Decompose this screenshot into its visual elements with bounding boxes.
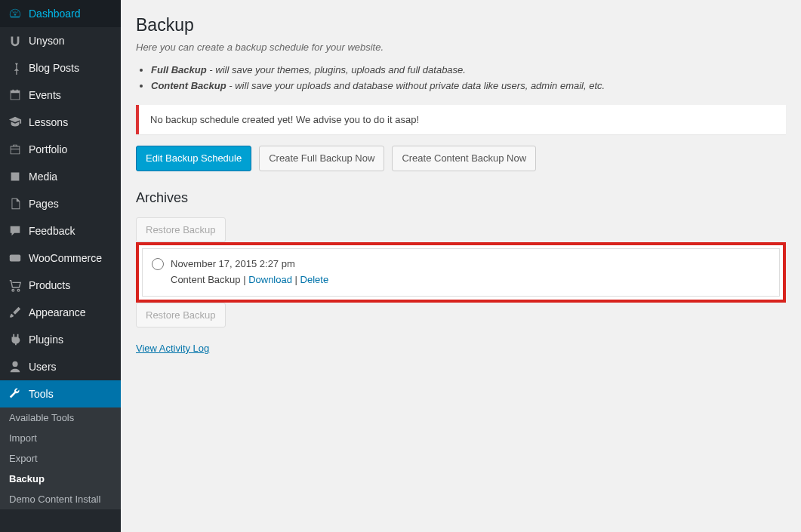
download-link[interactable]: Download [248, 274, 292, 285]
submenu-demo-content[interactable]: Demo Content Install [0, 489, 121, 509]
sidebar-label: Media [29, 171, 57, 183]
warning-notice: No backup schedule created yet! We advis… [136, 105, 786, 134]
archive-highlight: November 17, 2015 2:27 pm Content Backup… [136, 242, 786, 303]
archive-select-radio[interactable] [152, 258, 164, 270]
list-item: Content Backup - will save your uploads … [151, 78, 786, 94]
action-bar: Edit Backup Schedule Create Full Backup … [136, 146, 786, 171]
brush-icon [8, 305, 23, 320]
main-content: Backup Here you can create a backup sche… [121, 0, 801, 532]
calendar-icon [8, 88, 23, 103]
sidebar-label: Pages [29, 198, 59, 210]
archives-title: Archives [136, 190, 786, 206]
cart-icon [8, 278, 23, 293]
submenu-export[interactable]: Export [0, 448, 121, 469]
sidebar-submenu: Available Tools Import Export Backup Dem… [0, 407, 121, 509]
sidebar-label: Plugins [29, 334, 63, 346]
sidebar-item-plugins[interactable]: Plugins [0, 326, 121, 353]
view-log-row: View Activity Log [136, 343, 786, 354]
submenu-import[interactable]: Import [0, 428, 121, 448]
briefcase-icon [8, 142, 23, 157]
list-item: Full Backup - will save your themes, plu… [151, 62, 786, 78]
view-activity-log-link[interactable]: View Activity Log [136, 343, 209, 354]
sidebar-label: WooCommerce [29, 252, 102, 264]
graduation-icon [8, 115, 23, 130]
sidebar-item-woocommerce[interactable]: WooCommerce [0, 244, 121, 272]
submenu-backup[interactable]: Backup [0, 469, 121, 489]
sidebar-item-lessons[interactable]: Lessons [0, 109, 121, 136]
sidebar-label: Appearance [29, 306, 86, 318]
sidebar-label: Portfolio [29, 143, 67, 155]
sidebar-item-portfolio[interactable]: Portfolio [0, 136, 121, 163]
sidebar-item-tools[interactable]: Tools [0, 380, 121, 407]
woocommerce-icon [8, 251, 23, 266]
archive-meta: Content Backup | Download | Delete [171, 272, 770, 288]
sidebar-item-events[interactable]: Events [0, 81, 121, 109]
sidebar-item-feedback[interactable]: Feedback [0, 217, 121, 244]
page-title: Backup [136, 15, 786, 35]
create-full-backup-button[interactable]: Create Full Backup Now [259, 146, 384, 171]
user-icon [8, 359, 23, 374]
pin-icon [8, 60, 23, 75]
comment-icon [8, 223, 23, 238]
sidebar-item-pages[interactable]: Pages [0, 190, 121, 217]
delete-link[interactable]: Delete [300, 274, 329, 285]
restore-backup-button-bottom[interactable]: Restore Backup [136, 303, 226, 328]
sidebar-item-blog-posts[interactable]: Blog Posts [0, 54, 121, 81]
sidebar-label: Dashboard [29, 8, 81, 20]
media-icon [8, 169, 23, 184]
sidebar-label: Lessons [29, 116, 68, 128]
sidebar-label: Unyson [29, 35, 64, 47]
sidebar-label: Tools [29, 388, 54, 400]
archive-list: Restore Backup November 17, 2015 2:27 pm… [136, 217, 786, 328]
archive-row: November 17, 2015 2:27 pm Content Backup… [143, 249, 779, 296]
edit-backup-schedule-button[interactable]: Edit Backup Schedule [136, 146, 251, 171]
pages-icon [8, 196, 23, 211]
sidebar-item-users[interactable]: Users [0, 353, 121, 380]
wrench-icon [8, 386, 23, 401]
dashboard-icon [8, 6, 23, 21]
sidebar-item-appearance[interactable]: Appearance [0, 299, 121, 326]
plug-icon [8, 332, 23, 347]
sidebar-item-media[interactable]: Media [0, 163, 121, 190]
sidebar-label: Feedback [29, 225, 75, 237]
restore-backup-button-top[interactable]: Restore Backup [136, 217, 226, 243]
admin-sidebar: Dashboard Unyson Blog Posts Events Lesso… [0, 0, 121, 532]
sidebar-item-unyson[interactable]: Unyson [0, 27, 121, 54]
sidebar-item-dashboard[interactable]: Dashboard [0, 0, 121, 27]
create-content-backup-button[interactable]: Create Content Backup Now [392, 146, 536, 171]
page-description: Here you can create a backup schedule fo… [136, 42, 786, 53]
archive-date: November 17, 2015 2:27 pm [171, 257, 770, 272]
unyson-icon [8, 33, 23, 48]
sidebar-label: Users [29, 361, 57, 373]
submenu-available-tools[interactable]: Available Tools [0, 407, 121, 428]
sidebar-label: Events [29, 89, 61, 101]
sidebar-item-products[interactable]: Products [0, 272, 121, 299]
backup-type-list: Full Backup - will save your themes, plu… [151, 62, 786, 94]
sidebar-label: Blog Posts [29, 62, 79, 74]
svg-rect-0 [10, 255, 20, 262]
archive-type: Content Backup [171, 274, 241, 285]
sidebar-label: Products [29, 279, 70, 291]
